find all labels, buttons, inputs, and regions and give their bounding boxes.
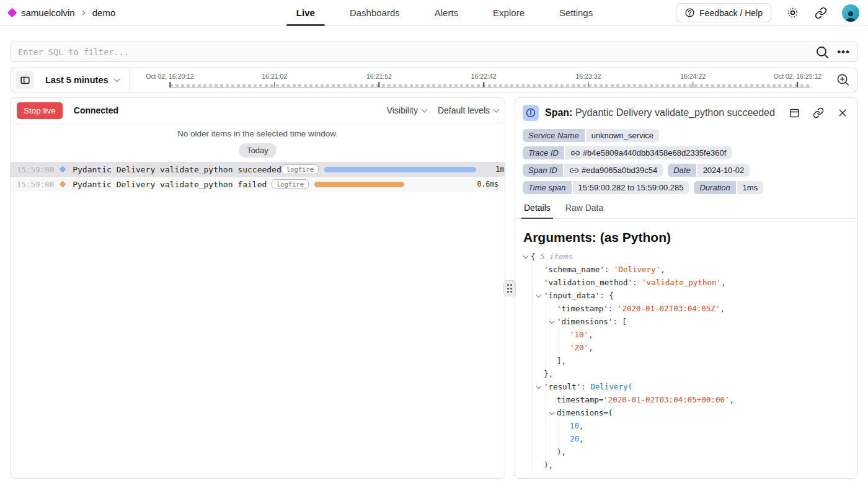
share-link-button[interactable] <box>813 6 828 20</box>
indent-guide <box>533 458 533 471</box>
indent-guide <box>533 367 533 380</box>
nav-tab-alerts[interactable]: Alerts <box>420 0 473 25</box>
log-timestamp: 15:59:00 <box>17 165 54 174</box>
log-tag-badge: logfire <box>272 179 309 189</box>
span-detail-header: Span: Pydantic Delivery validate_python … <box>515 98 857 125</box>
attribute-label: Date <box>668 164 696 177</box>
nav-tab-explore[interactable]: Explore <box>478 0 539 25</box>
indent-guide <box>559 341 559 354</box>
theme-toggle-button[interactable] <box>785 6 800 20</box>
attribute-label: Service Name <box>523 129 585 142</box>
indent-guide <box>559 419 559 432</box>
expand-chevron-icon[interactable] <box>536 293 541 298</box>
attribute-row: Trace ID#b4e5809a440dbb3458e68d2335fe360… <box>523 146 850 159</box>
span-title: Span: Pydantic Delivery validate_python … <box>545 107 775 118</box>
default-levels-label: Default levels <box>438 105 490 115</box>
log-duration: 0.6ms <box>466 180 498 189</box>
duration-bar-track <box>324 167 476 172</box>
timeline-tick-mark <box>169 82 170 87</box>
dock-panel-icon <box>789 107 800 119</box>
code-line: timestamp='2020-01-02T03:04:05+00:00', <box>523 393 849 406</box>
log-row[interactable]: 15:59:00Pydantic Delivery validate_pytho… <box>11 177 505 192</box>
breadcrumb-project[interactable]: demo <box>92 7 116 18</box>
indent-guide <box>546 328 546 341</box>
attribute-pill-date: Date2024-10-02 <box>668 164 750 177</box>
attribute-value[interactable]: #b4e5809a440dbb3458e68d2335fe360f <box>565 146 732 159</box>
duration-bar-track <box>314 182 466 187</box>
attribute-label: Trace ID <box>523 146 564 159</box>
code-line: 'schema_name': 'Delivery', <box>523 263 849 276</box>
tab-details[interactable]: Details <box>524 203 551 218</box>
code-line: { 5 items <box>523 250 849 263</box>
timeline-zoom-in-button[interactable] <box>835 72 850 87</box>
user-avatar[interactable] <box>842 4 859 22</box>
attribute-value-text: unknown_service <box>591 131 653 140</box>
time-range-dropdown[interactable]: Last 5 minutes <box>45 75 119 85</box>
feedback-help-button[interactable]: Feedback / Help <box>676 3 771 22</box>
close-panel-button[interactable] <box>835 105 850 120</box>
indent-guide <box>559 328 559 341</box>
sidebar-toggle-button[interactable] <box>16 71 34 89</box>
sun-icon <box>786 6 799 19</box>
attribute-value: 2024-10-02 <box>698 164 750 177</box>
nav-tab-dashboards[interactable]: Dashboards <box>335 0 415 25</box>
indent-guide <box>533 419 533 432</box>
timeline-tick-label: 16:24:22 <box>680 73 706 80</box>
indent-guide <box>533 263 533 276</box>
timeline-tick-label: 16:22:42 <box>471 73 497 80</box>
code-line: ), <box>523 445 849 458</box>
log-level-diamond-icon <box>60 166 66 172</box>
nav-tab-live[interactable]: Live <box>281 0 330 25</box>
search-icon[interactable] <box>815 45 830 60</box>
breadcrumb-org[interactable]: samuelcolvin <box>21 7 75 18</box>
expand-chevron-icon[interactable] <box>523 254 528 259</box>
code-line: 'result': Delivery( <box>523 380 849 393</box>
code-line: ], <box>523 354 849 367</box>
panel-resize-handle[interactable] <box>503 280 516 296</box>
attribute-value[interactable]: #eda9065a0bd39c54 <box>564 164 663 177</box>
info-icon <box>523 105 539 121</box>
feedback-help-label: Feedback / Help <box>699 8 763 18</box>
expand-chevron-icon[interactable] <box>549 410 554 415</box>
dock-panel-button[interactable] <box>787 105 802 120</box>
logfire-logo-icon[interactable] <box>7 8 17 18</box>
zoom-in-icon <box>836 73 850 87</box>
stop-live-button[interactable]: Stop live <box>17 102 63 119</box>
indent-guide <box>546 341 546 354</box>
attribute-value: unknown_service <box>586 129 659 142</box>
timeline-tick-label: 16:21:52 <box>366 73 392 80</box>
nav-tab-settings[interactable]: Settings <box>544 0 608 25</box>
arguments-code-tree[interactable]: { 5 items'schema_name': 'Delivery','vali… <box>515 249 857 478</box>
arguments-heading: Arguments: (as Python) <box>515 219 857 249</box>
indent-guide <box>533 380 533 393</box>
indent-guide <box>533 328 533 341</box>
expand-chevron-icon[interactable] <box>549 319 554 324</box>
indent-guide <box>533 406 533 419</box>
time-range-bar: Last 5 minutes Oct 02, 16:20:1216:21:021… <box>10 68 858 92</box>
log-rows-list: 15:59:00Pydantic Delivery validate_pytho… <box>11 162 505 192</box>
indent-guide <box>533 315 533 328</box>
timeline-tick-mark <box>693 82 694 87</box>
expand-chevron-icon[interactable] <box>536 384 541 389</box>
connection-status: Connected <box>74 105 118 115</box>
empty-state-message: No older items in the selected time wind… <box>11 129 505 138</box>
attribute-row: Time span15:59:00.282 to 15:59:00.285Dur… <box>523 181 850 194</box>
copy-link-button[interactable] <box>811 105 826 120</box>
timeline-ruler[interactable]: Oct 02, 16:20:1216:21:0216:21:5216:22:42… <box>170 68 810 92</box>
timeline-tick-label: Oct 02, 16:25:12 <box>774 73 822 80</box>
log-level-diamond-icon <box>60 180 66 187</box>
visibility-dropdown[interactable]: Visibility <box>387 105 427 115</box>
default-levels-dropdown[interactable]: Default levels <box>438 105 498 115</box>
indent-guide <box>546 445 546 458</box>
sql-filter-input[interactable] <box>11 47 815 57</box>
tab-raw-data[interactable]: Raw Data <box>565 203 603 218</box>
indent-guide <box>533 341 533 354</box>
duration-bar <box>314 182 404 187</box>
link-icon <box>813 107 824 118</box>
timeline-tick-mark <box>274 82 275 87</box>
indent-guide <box>546 432 546 445</box>
sql-more-options-button[interactable]: ••• <box>837 47 850 57</box>
log-row[interactable]: 15:59:00Pydantic Delivery validate_pytho… <box>11 162 505 177</box>
span-title-text: Pydantic Delivery validate_python succee… <box>575 107 775 118</box>
code-line: 'validation_method': 'validate_python', <box>523 276 849 289</box>
